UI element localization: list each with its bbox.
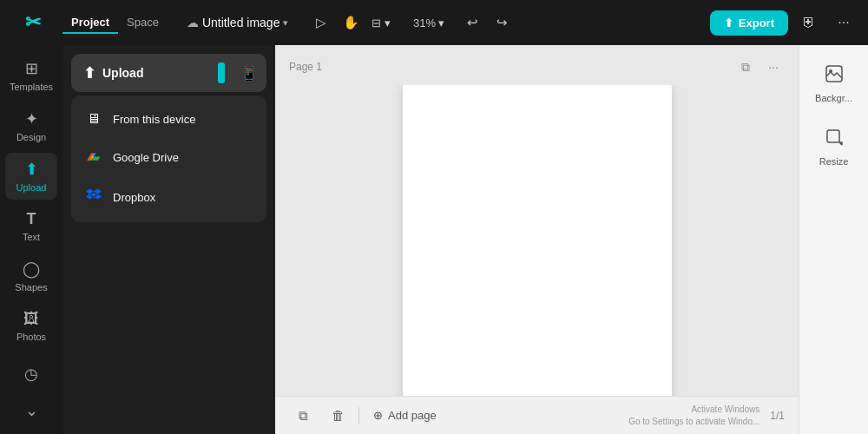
text-icon: T	[27, 210, 36, 228]
export-label: Export	[739, 16, 774, 30]
more-icon: ⌄	[25, 401, 38, 420]
sidebar-item-templates-label: Templates	[10, 82, 53, 92]
zoom-control[interactable]: 31% ▾	[408, 13, 450, 33]
dropbox-item[interactable]: Dropbox	[71, 177, 266, 217]
background-label: Backgr...	[815, 93, 852, 103]
svg-rect-2	[827, 130, 839, 142]
upload-label: Upload	[102, 66, 143, 80]
select-tool-button[interactable]: ▷	[307, 9, 335, 36]
upload-button-row: ⬆ Upload 📱	[71, 54, 266, 92]
topbar: ✂ Project Space ☁ Untitled image ▾ ▷ ✋ ⊟…	[0, 0, 868, 45]
device-icon: 📱	[240, 65, 258, 82]
timer-icon: ◷	[24, 365, 38, 384]
toolbar-zoom: 31% ▾	[408, 13, 450, 33]
resize-icon	[825, 128, 844, 151]
topbar-right: ⬆ Export ⛨ ···	[710, 9, 858, 36]
doc-title-chevron-icon[interactable]: ▾	[283, 17, 288, 29]
tab-space[interactable]: Space	[118, 12, 168, 34]
photos-icon: 🖼	[23, 310, 39, 328]
cloud-icon: ☁	[187, 16, 199, 30]
templates-icon: ⊞	[25, 59, 38, 78]
sidebar-item-text[interactable]: T Text	[5, 203, 57, 249]
sidebar-item-design[interactable]: ✦ Design	[5, 102, 57, 149]
toolbar-tools: ▷ ✋ ⊟ ▾	[307, 9, 396, 36]
resize-panel-item[interactable]: Resize	[806, 119, 862, 175]
from-device-item[interactable]: 🖥 From this device	[71, 101, 266, 137]
pan-tool-button[interactable]: ✋	[337, 9, 365, 36]
sidebar: ⊞ Templates ✦ Design ⬆ Upload T Text ◯ S…	[0, 45, 62, 434]
canvas-scroll	[275, 85, 799, 396]
sidebar-item-photos[interactable]: 🖼 Photos	[5, 303, 57, 349]
canvas-header: Page 1 ⧉ ···	[275, 45, 799, 85]
activate-windows-sub: Go to Settings to activate Windo...	[628, 416, 760, 428]
sidebar-bottom: ◷ ⌄	[5, 358, 57, 427]
from-device-label: From this device	[113, 113, 195, 126]
doc-title-area: ☁ Untitled image ▾	[187, 16, 289, 30]
export-upload-icon: ⬆	[724, 16, 733, 30]
export-button[interactable]: ⬆ Export	[710, 10, 788, 36]
sidebar-item-upload-label: Upload	[16, 182, 47, 193]
main-area: ⊞ Templates ✦ Design ⬆ Upload T Text ◯ S…	[0, 45, 868, 434]
logo-icon: ✂	[25, 11, 41, 34]
design-icon: ✦	[25, 109, 38, 128]
doc-title: Untitled image	[202, 16, 280, 30]
toolbar-history: ↩ ↪	[458, 9, 516, 36]
sidebar-item-upload[interactable]: ⬆ Upload	[5, 153, 57, 200]
background-panel-item[interactable]: Backgr...	[806, 56, 862, 112]
background-icon	[825, 64, 844, 88]
page-more-button[interactable]: ···	[762, 56, 785, 78]
add-page-label: Add page	[388, 409, 437, 422]
dropbox-icon	[85, 187, 102, 207]
resize-label: Resize	[819, 156, 849, 167]
panel-resize-handle[interactable]	[270, 45, 275, 434]
delete-footer-button[interactable]: 🗑	[324, 402, 352, 430]
topbar-center: Project Space ☁ Untitled image ▾ ▷ ✋ ⊟ ▾…	[62, 9, 703, 36]
duplicate-footer-button[interactable]: ⧉	[289, 402, 317, 430]
layout-tool-button[interactable]: ⊟ ▾	[366, 9, 396, 36]
sidebar-item-shapes-label: Shapes	[15, 282, 47, 293]
sidebar-item-shapes[interactable]: ◯ Shapes	[5, 253, 57, 299]
shapes-icon: ◯	[23, 260, 40, 279]
page-actions: ⧉ ···	[734, 56, 785, 78]
logo-area: ✂	[10, 11, 56, 34]
sidebar-item-templates[interactable]: ⊞ Templates	[5, 52, 57, 99]
canvas-footer: ⧉ 🗑 ⊕ Add page Activate Windows Go to Se…	[275, 396, 799, 434]
upload-main-button[interactable]: ⬆ Upload	[71, 54, 218, 92]
canvas-area: Page 1 ⧉ ··· ⧉ 🗑 ⊕ Add page Activate Win…	[275, 45, 799, 434]
page-counter: 1/1	[770, 410, 785, 422]
page-label: Page 1	[289, 61, 322, 73]
activate-windows-notice: Activate Windows Go to Settings to activ…	[628, 404, 760, 428]
monitor-icon: 🖥	[85, 111, 102, 127]
google-drive-icon	[85, 148, 102, 167]
undo-button[interactable]: ↩	[458, 9, 486, 36]
sidebar-item-photos-label: Photos	[16, 332, 46, 342]
panel: ⬆ Upload 📱 🖥 From this device	[62, 45, 275, 434]
google-drive-label: Google Drive	[113, 151, 179, 164]
google-drive-item[interactable]: Google Drive	[71, 137, 266, 177]
redo-button[interactable]: ↪	[488, 9, 516, 36]
upload-dropdown: 🖥 From this device Goog	[71, 95, 266, 222]
upload-section: ⬆ Upload 📱 🖥 From this device	[62, 45, 275, 231]
add-page-button[interactable]: ⊕ Add page	[366, 404, 444, 427]
svg-point-1	[829, 69, 832, 73]
footer-divider	[358, 407, 359, 424]
zoom-value: 31%	[413, 16, 436, 30]
more-options-button[interactable]: ···	[830, 9, 858, 36]
dropbox-label: Dropbox	[113, 191, 155, 204]
zoom-chevron-icon: ▾	[438, 16, 444, 30]
sidebar-item-more[interactable]: ⌄	[5, 394, 57, 427]
tab-project[interactable]: Project	[62, 12, 118, 34]
sidebar-item-design-label: Design	[16, 132, 46, 142]
activate-windows-title: Activate Windows	[628, 404, 760, 416]
upload-cloud-icon: ⬆	[83, 64, 95, 82]
add-page-icon: ⊕	[373, 409, 383, 422]
duplicate-page-button[interactable]: ⧉	[734, 56, 757, 78]
canvas-page	[403, 85, 672, 396]
shield-icon-button[interactable]: ⛨	[795, 9, 823, 36]
right-panel: Backgr... Resize	[799, 45, 868, 434]
upload-icon: ⬆	[25, 160, 38, 179]
sidebar-item-text-label: Text	[23, 232, 40, 242]
upload-device-button[interactable]: 📱	[232, 54, 266, 92]
upload-active-arrow	[218, 62, 225, 83]
sidebar-item-timer[interactable]: ◷	[5, 358, 57, 391]
